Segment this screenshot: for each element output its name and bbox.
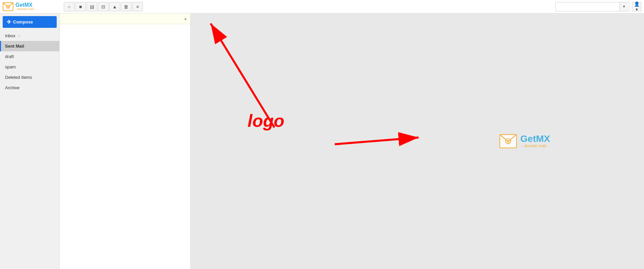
sidebar-item-deleted[interactable]: Deleted Items (0, 72, 59, 83)
sidebar-item-archive[interactable]: Archive (0, 83, 59, 93)
sidebar-item-sent[interactable]: Sent Mail (0, 41, 59, 51)
header-right: ▼ 👤 ▾ (555, 2, 641, 11)
archive-button[interactable]: ⊟ (98, 2, 109, 11)
email-list-header: ◂ (60, 13, 190, 24)
logo-envelope-icon: @ (3, 2, 13, 11)
center-brand: GetMX (520, 134, 550, 144)
sidebar: ✈ Compose inbox ☆ Sent Mail draft spam D… (0, 13, 60, 269)
logo-text: GetMX - domain mail - (15, 2, 36, 11)
compose-label: Compose (13, 19, 33, 24)
refresh-button[interactable]: ○ (64, 2, 74, 11)
delete-button[interactable]: 🗑 (121, 2, 131, 11)
svg-text:@: @ (507, 140, 510, 144)
toolbar: ○ ■ ▤ ⊟ ▲ 🗑 ≡ (64, 2, 143, 11)
sidebar-item-inbox[interactable]: inbox ☆ (0, 31, 59, 41)
logo[interactable]: @ GetMX - domain mail - (3, 2, 62, 11)
compose-button[interactable]: ✈ Compose (3, 16, 57, 28)
sidebar-item-spam[interactable]: spam (0, 62, 59, 72)
center-tagline: - domain mail - (520, 144, 550, 148)
deleted-label: Deleted Items (5, 75, 32, 80)
sidebar-item-draft[interactable]: draft (0, 51, 59, 62)
draft-label: draft (5, 54, 14, 59)
svg-text:@: @ (7, 6, 9, 8)
more-button[interactable]: ≡ (132, 2, 143, 11)
center-logo-watermark: @ GetMX - domain mail - (499, 134, 550, 148)
logo-tagline: - domain mail - (15, 8, 36, 11)
search-input[interactable] (556, 2, 620, 11)
folder-button[interactable]: ▤ (87, 2, 97, 11)
sidebar-navigation: inbox ☆ Sent Mail draft spam Deleted Ite… (0, 31, 59, 93)
spam-label: spam (5, 64, 16, 69)
sent-label: Sent Mail (5, 44, 24, 49)
annotation-arrows (191, 13, 644, 269)
logo-brand: GetMX (15, 2, 36, 8)
center-logo-text: GetMX - domain mail - (520, 134, 550, 148)
email-panel: ◂ (60, 13, 191, 269)
flag-button[interactable]: ▲ (109, 2, 120, 11)
user-menu-button[interactable]: 👤 ▾ (632, 2, 641, 11)
annotation-logo-label: logo (248, 111, 284, 131)
compose-icon: ✈ (7, 19, 11, 25)
svg-line-6 (335, 138, 419, 144)
email-list-nav: ◂ (184, 16, 186, 21)
search-box: ▼ (555, 2, 629, 11)
archive-label: Archive (5, 85, 19, 90)
inbox-label: inbox (5, 33, 15, 38)
header: @ GetMX - domain mail - ○ ■ ▤ ⊟ ▲ 🗑 ≡ ▼ … (0, 0, 644, 13)
search-dropdown-button[interactable]: ▼ (620, 2, 628, 11)
email-list-body (60, 24, 190, 269)
inbox-star-icon[interactable]: ☆ (17, 34, 21, 38)
main-layout: ✈ Compose inbox ☆ Sent Mail draft spam D… (0, 13, 644, 269)
mark-read-button[interactable]: ■ (75, 2, 86, 11)
content-area: logo @ GetMX - domain mail - (191, 13, 644, 269)
center-logo-icon: @ (499, 134, 517, 148)
